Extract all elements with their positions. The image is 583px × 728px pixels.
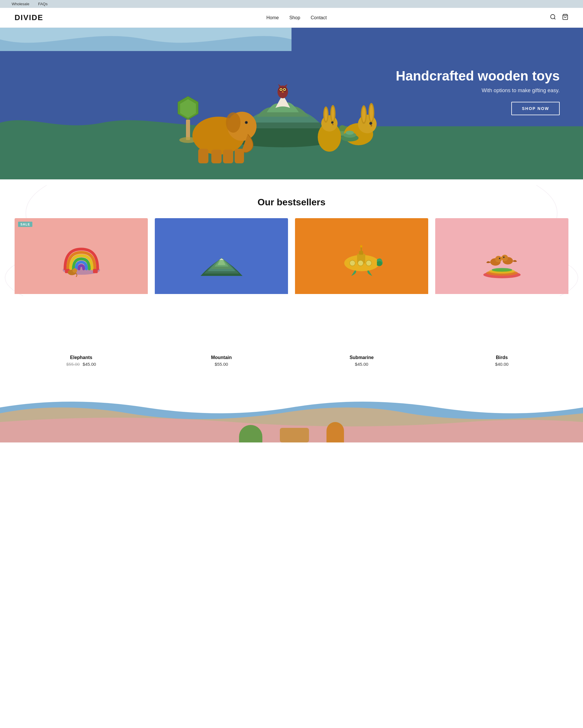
product-name-birds: Birds [435,355,568,360]
header: DIVIDE Home Shop Contact [0,8,583,28]
svg-point-43 [369,122,372,125]
svg-point-68 [499,258,500,259]
product-name-mountain: Mountain [155,355,288,360]
svg-point-41 [362,107,365,122]
hero-content: Handcrafted wooden toys With options to … [396,69,560,115]
svg-point-0 [551,14,555,19]
shop-now-button[interactable]: SHOP NOW [511,102,560,115]
svg-rect-50 [93,269,98,273]
product-name-submarine: Submarine [295,355,428,360]
svg-point-15 [280,89,282,90]
topbar-faqs[interactable]: FAQs [38,2,48,6]
logo[interactable]: DIVIDE [15,13,44,22]
svg-rect-56 [361,247,362,252]
bestsellers-section: Our bestsellers [0,179,583,378]
price-original-elephants: $55.00 [66,362,80,367]
svg-point-64 [492,268,512,272]
products-grid: SALE Elephants $55.00 $45.00 [15,218,568,367]
svg-point-24 [246,122,247,123]
product-img-elephants: SALE [15,218,148,352]
svg-point-34 [331,107,334,121]
price-birds: $40.00 [495,362,509,367]
svg-point-70 [501,255,508,261]
svg-point-35 [331,121,333,124]
product-img-submarine [295,218,428,352]
price-submarine: $45.00 [355,362,368,367]
svg-point-66 [495,256,501,262]
topbar-wholesale[interactable]: Wholesale [12,2,29,6]
svg-point-47 [346,131,354,135]
product-price-birds: $40.00 [435,362,568,367]
svg-point-58 [350,260,355,266]
svg-rect-27 [223,150,233,163]
svg-point-72 [503,257,505,258]
search-button[interactable] [550,14,556,22]
svg-rect-5 [186,120,190,140]
top-bar: Wholesale FAQs [0,0,583,8]
sale-badge: SALE [18,222,32,227]
hero-subtitle: With options to make gifting easy. [396,87,560,94]
nav-contact[interactable]: Contact [311,15,327,20]
svg-line-1 [554,18,555,19]
product-img-birds [435,218,568,352]
price-sale-elephants: $45.00 [83,362,96,367]
nav-home[interactable]: Home [267,15,279,20]
product-price-mountain: $55.00 [155,362,288,367]
nav-shop[interactable]: Shop [289,15,300,20]
svg-rect-26 [211,150,222,163]
bottom-wave-section [0,384,583,442]
product-price-submarine: $45.00 [295,362,428,367]
hero-title: Handcrafted wooden toys [396,69,560,83]
svg-rect-25 [198,149,209,163]
product-name-elephants: Elephants [15,355,148,360]
product-card-submarine[interactable]: Submarine $45.00 [295,218,428,367]
product-card-mountain[interactable]: Mountain $55.00 [155,218,288,367]
product-card-elephants[interactable]: SALE Elephants $55.00 $45.00 [15,218,148,367]
svg-point-42 [370,105,373,121]
svg-rect-28 [235,149,244,163]
svg-point-16 [284,89,285,90]
bestsellers-title: Our bestsellers [15,197,568,208]
product-card-birds[interactable]: Birds $40.00 [435,218,568,367]
product-img-mountain [155,218,288,352]
svg-point-33 [325,108,327,121]
svg-point-57 [360,245,362,247]
svg-point-22 [226,112,241,133]
product-price-elephants: $55.00 $45.00 [15,362,148,367]
svg-point-59 [358,260,363,266]
header-icons [550,14,568,22]
svg-point-36 [332,124,333,125]
svg-point-44 [371,125,372,127]
price-mountain: $55.00 [215,362,228,367]
cart-button[interactable] [562,14,568,22]
hero-section: Handcrafted wooden toys With options to … [0,28,583,179]
main-nav: Home Shop Contact [267,15,327,20]
svg-point-60 [366,260,371,266]
svg-point-52 [72,268,77,273]
